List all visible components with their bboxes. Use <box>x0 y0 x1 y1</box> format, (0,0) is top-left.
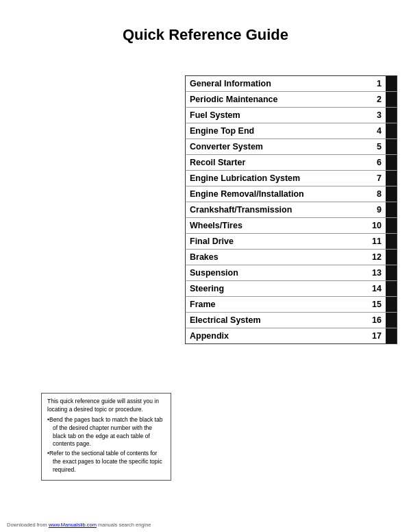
note-bullet: •Refer to the sectional table of content… <box>47 450 165 474</box>
toc-item-label: Appendix <box>186 328 365 343</box>
toc-item-label: Engine Lubrication System <box>186 171 365 186</box>
note-intro: This quick reference guide will assist y… <box>47 398 165 414</box>
toc-item-tab <box>386 186 397 202</box>
toc-item-label: Engine Removal/Installation <box>186 186 365 202</box>
toc-item-tab <box>386 155 397 170</box>
toc-item-tab <box>386 297 397 312</box>
toc-item-label: Suspension <box>186 265 365 280</box>
toc-item-number: 17 <box>365 328 386 343</box>
toc-container: General Information1Periodic Maintenance… <box>185 75 397 344</box>
toc-item-tab <box>386 202 397 217</box>
toc-item-label: Frame <box>186 297 365 312</box>
toc-item-tab <box>386 250 397 265</box>
toc-item-number: 13 <box>365 265 386 280</box>
toc-item-tab <box>386 328 397 343</box>
footer-link[interactable]: www.Manualslib.com <box>49 522 97 528</box>
footer: Downloaded from www.Manualslib.com manua… <box>0 522 411 528</box>
toc-item-label: Converter System <box>186 139 365 154</box>
toc-item-label: Steering <box>186 281 365 296</box>
footer-suffix: manuals search engine <box>97 522 151 528</box>
toc-item-number: 16 <box>365 313 386 328</box>
toc-row: Engine Top End4 <box>185 123 397 138</box>
toc-item-label: General Information <box>186 76 365 91</box>
toc-item-number: 10 <box>365 218 386 233</box>
toc-item-number: 15 <box>365 297 386 312</box>
page-title: Quick Reference Guide <box>0 0 411 59</box>
toc-item-number: 4 <box>365 123 386 138</box>
toc-item-tab <box>386 108 397 123</box>
toc-item-label: Fuel System <box>186 108 365 123</box>
toc-item-number: 7 <box>365 171 386 186</box>
toc-item-label: Crankshaft/Transmission <box>186 202 365 217</box>
toc-item-number: 5 <box>365 139 386 154</box>
toc-item-number: 12 <box>365 250 386 265</box>
toc-row: Fuel System3 <box>185 107 397 123</box>
toc-row: Converter System5 <box>185 138 397 154</box>
toc-item-number: 1 <box>365 76 386 91</box>
note-box: This quick reference guide will assist y… <box>41 393 171 481</box>
toc-row: Electrical System16 <box>185 312 397 328</box>
toc-row: Frame15 <box>185 296 397 312</box>
toc-item-tab <box>386 76 397 91</box>
toc-item-label: Final Drive <box>186 234 365 249</box>
toc-item-tab <box>386 92 397 107</box>
toc-item-label: Recoil Starter <box>186 155 365 170</box>
toc-row: Recoil Starter6 <box>185 154 397 170</box>
toc-item-label: Brakes <box>186 250 365 265</box>
toc-item-number: 8 <box>365 186 386 202</box>
toc-item-tab <box>386 281 397 296</box>
toc-item-tab <box>386 265 397 280</box>
toc-row: General Information1 <box>185 75 397 91</box>
toc-row: Steering14 <box>185 280 397 296</box>
toc-item-number: 9 <box>365 202 386 217</box>
toc-item-tab <box>386 234 397 249</box>
toc-item-number: 11 <box>365 234 386 249</box>
toc-row: Suspension13 <box>185 265 397 280</box>
toc-row: Wheels/Tires10 <box>185 217 397 233</box>
toc-item-tab <box>386 123 397 138</box>
note-bullet: •Bend the pages back to match the black … <box>47 416 165 449</box>
toc-row: Crankshaft/Transmission9 <box>185 202 397 217</box>
toc-item-label: Electrical System <box>186 313 365 328</box>
toc-item-number: 14 <box>365 281 386 296</box>
toc-item-number: 2 <box>365 92 386 107</box>
toc-item-label: Engine Top End <box>186 123 365 138</box>
toc-row: Brakes12 <box>185 249 397 265</box>
toc-item-tab <box>386 218 397 233</box>
footer-text: Downloaded from <box>7 522 49 528</box>
toc-row: Appendix17 <box>185 328 397 344</box>
toc-row: Engine Lubrication System7 <box>185 170 397 186</box>
toc-item-tab <box>386 139 397 154</box>
toc-item-tab <box>386 313 397 328</box>
toc-item-number: 3 <box>365 108 386 123</box>
toc-row: Engine Removal/Installation8 <box>185 186 397 202</box>
toc-item-label: Periodic Maintenance <box>186 92 365 107</box>
toc-row: Final Drive11 <box>185 233 397 249</box>
toc-item-number: 6 <box>365 155 386 170</box>
toc-item-tab <box>386 171 397 186</box>
toc-item-label: Wheels/Tires <box>186 218 365 233</box>
toc-row: Periodic Maintenance2 <box>185 91 397 107</box>
